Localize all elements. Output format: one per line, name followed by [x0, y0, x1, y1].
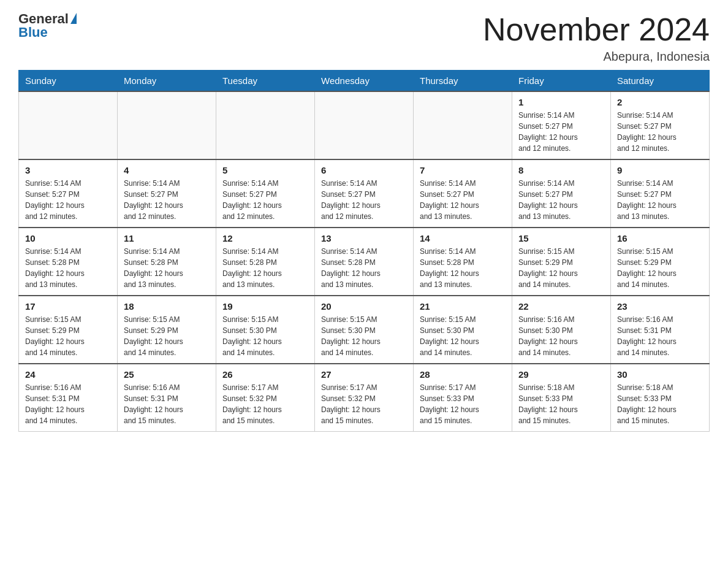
week-row-2: 3Sunrise: 5:14 AM Sunset: 5:27 PM Daylig…: [19, 159, 710, 228]
day-cell: 25Sunrise: 5:16 AM Sunset: 5:31 PM Dayli…: [118, 364, 216, 432]
day-number: 2: [617, 97, 703, 107]
day-info: Sunrise: 5:16 AM Sunset: 5:31 PM Dayligh…: [25, 382, 111, 426]
logo-triangle-icon: [70, 13, 77, 24]
day-cell: 26Sunrise: 5:17 AM Sunset: 5:32 PM Dayli…: [216, 364, 315, 432]
day-cell: 10Sunrise: 5:14 AM Sunset: 5:28 PM Dayli…: [19, 228, 118, 296]
day-info: Sunrise: 5:16 AM Sunset: 5:31 PM Dayligh…: [617, 314, 703, 358]
day-info: Sunrise: 5:14 AM Sunset: 5:27 PM Dayligh…: [518, 110, 604, 154]
day-header-tuesday: Tuesday: [216, 71, 315, 92]
day-info: Sunrise: 5:14 AM Sunset: 5:27 PM Dayligh…: [25, 178, 111, 222]
logo-general: General: [18, 12, 69, 26]
day-number: 20: [321, 301, 407, 312]
day-cell: 14Sunrise: 5:14 AM Sunset: 5:28 PM Dayli…: [414, 228, 512, 296]
day-number: 4: [124, 165, 210, 175]
day-header-wednesday: Wednesday: [315, 71, 414, 92]
day-number: 29: [518, 369, 604, 380]
day-number: 12: [222, 233, 308, 243]
day-info: Sunrise: 5:14 AM Sunset: 5:27 PM Dayligh…: [518, 178, 604, 222]
day-info: Sunrise: 5:17 AM Sunset: 5:32 PM Dayligh…: [321, 382, 407, 426]
day-info: Sunrise: 5:14 AM Sunset: 5:27 PM Dayligh…: [617, 110, 703, 154]
day-number: 14: [420, 233, 506, 243]
day-number: 19: [222, 301, 308, 312]
logo: General Blue: [18, 12, 77, 40]
day-cell: 11Sunrise: 5:14 AM Sunset: 5:28 PM Dayli…: [118, 228, 216, 296]
day-info: Sunrise: 5:16 AM Sunset: 5:30 PM Dayligh…: [518, 314, 604, 358]
day-cell: 16Sunrise: 5:15 AM Sunset: 5:29 PM Dayli…: [611, 228, 710, 296]
day-cell: [216, 91, 315, 159]
day-number: 25: [124, 369, 210, 380]
day-number: 16: [617, 233, 703, 243]
day-info: Sunrise: 5:15 AM Sunset: 5:30 PM Dayligh…: [321, 314, 407, 358]
day-cell: 22Sunrise: 5:16 AM Sunset: 5:30 PM Dayli…: [512, 296, 611, 364]
day-info: Sunrise: 5:17 AM Sunset: 5:32 PM Dayligh…: [222, 382, 308, 426]
day-cell: 28Sunrise: 5:17 AM Sunset: 5:33 PM Dayli…: [414, 364, 512, 432]
week-row-5: 24Sunrise: 5:16 AM Sunset: 5:31 PM Dayli…: [19, 364, 710, 432]
day-number: 3: [25, 165, 111, 175]
day-cell: 13Sunrise: 5:14 AM Sunset: 5:28 PM Dayli…: [315, 228, 414, 296]
day-cell: 9Sunrise: 5:14 AM Sunset: 5:27 PM Daylig…: [611, 159, 710, 228]
day-cell: 6Sunrise: 5:14 AM Sunset: 5:27 PM Daylig…: [315, 159, 414, 228]
title-block: November 2024 Abepura, Indonesia: [483, 12, 710, 64]
day-cell: 3Sunrise: 5:14 AM Sunset: 5:27 PM Daylig…: [19, 159, 118, 228]
day-cell: 30Sunrise: 5:18 AM Sunset: 5:33 PM Dayli…: [611, 364, 710, 432]
day-info: Sunrise: 5:14 AM Sunset: 5:27 PM Dayligh…: [321, 178, 407, 222]
day-cell: 17Sunrise: 5:15 AM Sunset: 5:29 PM Dayli…: [19, 296, 118, 364]
day-number: 21: [420, 301, 506, 312]
day-cell: 1Sunrise: 5:14 AM Sunset: 5:27 PM Daylig…: [512, 91, 611, 159]
day-cell: 5Sunrise: 5:14 AM Sunset: 5:27 PM Daylig…: [216, 159, 315, 228]
day-number: 13: [321, 233, 407, 243]
day-number: 28: [420, 369, 506, 380]
day-info: Sunrise: 5:14 AM Sunset: 5:27 PM Dayligh…: [617, 178, 703, 222]
day-cell: 12Sunrise: 5:14 AM Sunset: 5:28 PM Dayli…: [216, 228, 315, 296]
day-info: Sunrise: 5:14 AM Sunset: 5:27 PM Dayligh…: [222, 178, 308, 222]
day-number: 27: [321, 369, 407, 380]
calendar-table: SundayMondayTuesdayWednesdayThursdayFrid…: [18, 70, 710, 432]
day-info: Sunrise: 5:15 AM Sunset: 5:29 PM Dayligh…: [124, 314, 210, 358]
days-of-week-row: SundayMondayTuesdayWednesdayThursdayFrid…: [19, 71, 710, 92]
day-number: 26: [222, 369, 308, 380]
day-info: Sunrise: 5:18 AM Sunset: 5:33 PM Dayligh…: [518, 382, 604, 426]
day-info: Sunrise: 5:16 AM Sunset: 5:31 PM Dayligh…: [124, 382, 210, 426]
day-info: Sunrise: 5:14 AM Sunset: 5:28 PM Dayligh…: [124, 246, 210, 290]
day-number: 11: [124, 233, 210, 243]
day-number: 24: [25, 369, 111, 380]
day-info: Sunrise: 5:15 AM Sunset: 5:30 PM Dayligh…: [420, 314, 506, 358]
week-row-3: 10Sunrise: 5:14 AM Sunset: 5:28 PM Dayli…: [19, 228, 710, 296]
day-header-friday: Friday: [512, 71, 611, 92]
day-cell: 21Sunrise: 5:15 AM Sunset: 5:30 PM Dayli…: [414, 296, 512, 364]
day-cell: 4Sunrise: 5:14 AM Sunset: 5:27 PM Daylig…: [118, 159, 216, 228]
day-number: 23: [617, 301, 703, 312]
day-cell: 15Sunrise: 5:15 AM Sunset: 5:29 PM Dayli…: [512, 228, 611, 296]
day-header-thursday: Thursday: [414, 71, 512, 92]
week-row-4: 17Sunrise: 5:15 AM Sunset: 5:29 PM Dayli…: [19, 296, 710, 364]
day-cell: [118, 91, 216, 159]
day-info: Sunrise: 5:14 AM Sunset: 5:27 PM Dayligh…: [124, 178, 210, 222]
day-number: 6: [321, 165, 407, 175]
day-number: 22: [518, 301, 604, 312]
day-info: Sunrise: 5:17 AM Sunset: 5:33 PM Dayligh…: [420, 382, 506, 426]
day-info: Sunrise: 5:14 AM Sunset: 5:28 PM Dayligh…: [321, 246, 407, 290]
day-cell: [19, 91, 118, 159]
day-info: Sunrise: 5:14 AM Sunset: 5:28 PM Dayligh…: [222, 246, 308, 290]
day-cell: 27Sunrise: 5:17 AM Sunset: 5:32 PM Dayli…: [315, 364, 414, 432]
day-cell: 19Sunrise: 5:15 AM Sunset: 5:30 PM Dayli…: [216, 296, 315, 364]
day-info: Sunrise: 5:15 AM Sunset: 5:29 PM Dayligh…: [25, 314, 111, 358]
month-title: November 2024: [483, 12, 710, 47]
day-info: Sunrise: 5:15 AM Sunset: 5:30 PM Dayligh…: [222, 314, 308, 358]
day-cell: 20Sunrise: 5:15 AM Sunset: 5:30 PM Dayli…: [315, 296, 414, 364]
day-info: Sunrise: 5:14 AM Sunset: 5:28 PM Dayligh…: [25, 246, 111, 290]
day-cell: 23Sunrise: 5:16 AM Sunset: 5:31 PM Dayli…: [611, 296, 710, 364]
day-cell: 24Sunrise: 5:16 AM Sunset: 5:31 PM Dayli…: [19, 364, 118, 432]
day-number: 30: [617, 369, 703, 380]
day-info: Sunrise: 5:15 AM Sunset: 5:29 PM Dayligh…: [518, 246, 604, 290]
day-info: Sunrise: 5:14 AM Sunset: 5:28 PM Dayligh…: [420, 246, 506, 290]
day-cell: 18Sunrise: 5:15 AM Sunset: 5:29 PM Dayli…: [118, 296, 216, 364]
day-number: 9: [617, 165, 703, 175]
logo-blue: Blue: [18, 25, 48, 40]
day-cell: 2Sunrise: 5:14 AM Sunset: 5:27 PM Daylig…: [611, 91, 710, 159]
day-number: 10: [25, 233, 111, 243]
day-cell: 29Sunrise: 5:18 AM Sunset: 5:33 PM Dayli…: [512, 364, 611, 432]
week-row-1: 1Sunrise: 5:14 AM Sunset: 5:27 PM Daylig…: [19, 91, 710, 159]
day-info: Sunrise: 5:18 AM Sunset: 5:33 PM Dayligh…: [617, 382, 703, 426]
day-header-saturday: Saturday: [611, 71, 710, 92]
